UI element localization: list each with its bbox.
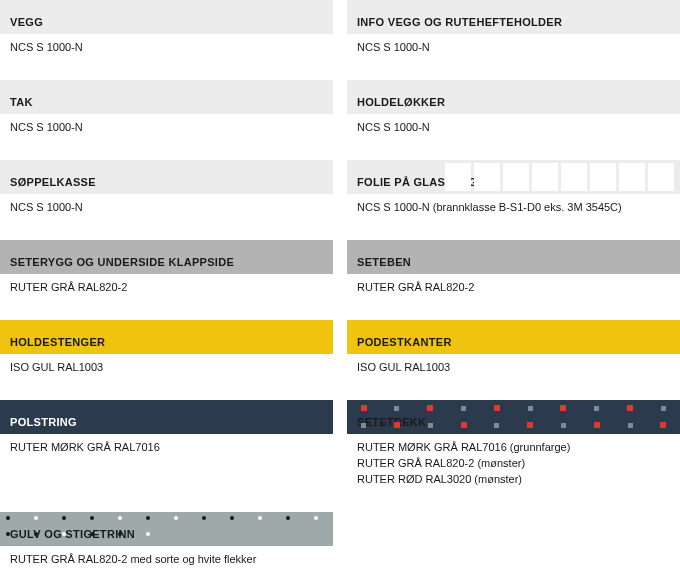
entry-description: RUTER MØRK GRÅ RAL7016 (grunnfarge) RUTE… (347, 434, 680, 488)
entry-description: NCS S 1000-N (0, 194, 333, 216)
entry-description: ISO GUL RAL1003 (0, 354, 333, 376)
entry-title: PODESTKANTER (357, 336, 452, 348)
color-entry: INFO VEGG OG RUTEHEFTEHOLDERNCS S 1000-N (347, 0, 680, 56)
color-swatch: FOLIE PÅ GLASSVEGG (347, 160, 680, 194)
color-swatch: VEGG (0, 0, 333, 34)
entry-description: RUTER GRÅ RAL820-2 med sorte og hvite fl… (0, 546, 333, 568)
entry-title: INFO VEGG OG RUTEHEFTEHOLDER (357, 16, 562, 28)
row-spacer (347, 136, 680, 160)
entry-description: NCS S 1000-N (0, 114, 333, 136)
color-entry: SETETREKKRUTER MØRK GRÅ RAL7016 (grunnfa… (347, 400, 680, 488)
row-spacer (0, 216, 333, 240)
color-entry: POLSTRINGRUTER MØRK GRÅ RAL7016 (0, 400, 333, 488)
color-entry: HOLDELØKKERNCS S 1000-N (347, 80, 680, 136)
color-entry: VEGGNCS S 1000-N (0, 0, 333, 56)
color-entry: SETEBENRUTER GRÅ RAL820-2 (347, 240, 680, 296)
row-spacer (0, 296, 333, 320)
row-spacer (0, 376, 333, 400)
row-spacer (347, 296, 680, 320)
color-swatch: GULV OG STIGETRINN (0, 512, 333, 546)
entry-description: RUTER GRÅ RAL820-2 (347, 274, 680, 296)
color-swatch: POLSTRING (0, 400, 333, 434)
row-spacer (347, 216, 680, 240)
color-swatch: INFO VEGG OG RUTEHEFTEHOLDER (347, 0, 680, 34)
entry-title: SETERYGG OG UNDERSIDE KLAPPSIDE (10, 256, 234, 268)
row-spacer (0, 56, 333, 80)
row-spacer (0, 136, 333, 160)
color-swatch: SØPPELKASSE (0, 160, 333, 194)
entry-title: VEGG (10, 16, 43, 28)
entry-description: RUTER GRÅ RAL820-2 (0, 274, 333, 296)
entry-description: NCS S 1000-N (347, 114, 680, 136)
color-swatch: SETETREKK (347, 400, 680, 434)
color-spec-grid: VEGGNCS S 1000-NINFO VEGG OG RUTEHEFTEHO… (0, 0, 680, 567)
entry-title: TAK (10, 96, 33, 108)
color-swatch: SETERYGG OG UNDERSIDE KLAPPSIDE (0, 240, 333, 274)
color-swatch: TAK (0, 80, 333, 114)
row-spacer (347, 376, 680, 400)
color-swatch: SETEBEN (347, 240, 680, 274)
row-spacer (347, 56, 680, 80)
row-spacer (0, 488, 333, 512)
color-entry: SETERYGG OG UNDERSIDE KLAPPSIDERUTER GRÅ… (0, 240, 333, 296)
entry-description: NCS S 1000-N (brannklasse B-S1-D0 eks. 3… (347, 194, 680, 216)
color-entry: FOLIE PÅ GLASSVEGGNCS S 1000-N (brannkla… (347, 160, 680, 216)
color-entry: TAKNCS S 1000-N (0, 80, 333, 136)
row-spacer (347, 488, 680, 512)
entry-title: SETEBEN (357, 256, 411, 268)
color-entry: SØPPELKASSENCS S 1000-N (0, 160, 333, 216)
entry-description: RUTER MØRK GRÅ RAL7016 (0, 434, 333, 456)
color-swatch: HOLDELØKKER (347, 80, 680, 114)
color-entry: GULV OG STIGETRINNRUTER GRÅ RAL820-2 med… (0, 512, 333, 568)
entry-title: SØPPELKASSE (10, 176, 96, 188)
entry-description: NCS S 1000-N (0, 34, 333, 56)
color-swatch: PODESTKANTER (347, 320, 680, 354)
entry-title: HOLDESTENGER (10, 336, 105, 348)
color-entry: PODESTKANTERISO GUL RAL1003 (347, 320, 680, 376)
color-swatch: HOLDESTENGER (0, 320, 333, 354)
entry-description: ISO GUL RAL1003 (347, 354, 680, 376)
color-entry: HOLDESTENGERISO GUL RAL1003 (0, 320, 333, 376)
entry-title: HOLDELØKKER (357, 96, 445, 108)
entry-description: NCS S 1000-N (347, 34, 680, 56)
entry-title: POLSTRING (10, 416, 77, 428)
